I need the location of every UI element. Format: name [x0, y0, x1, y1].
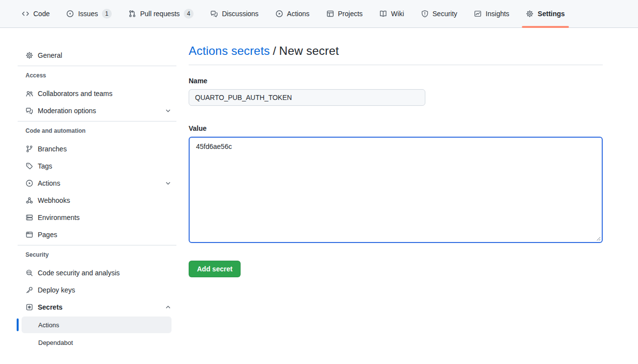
table-icon [326, 10, 334, 18]
gear-icon [526, 10, 534, 18]
play-icon [25, 179, 33, 187]
tab-code[interactable]: Code [18, 0, 53, 27]
tab-label: Code [33, 10, 49, 18]
gear-icon [25, 51, 33, 59]
key-icon [25, 286, 33, 294]
tab-issues[interactable]: Issues 1 [62, 0, 115, 27]
tab-label: Issues [78, 10, 98, 18]
sidebar-subitem-label: Dependabot [38, 339, 73, 346]
server-icon [25, 214, 33, 221]
sidebar-subitem-actions-secrets[interactable]: Actions [22, 316, 172, 333]
secret-value-textarea[interactable] [189, 137, 603, 243]
sidebar-item-label: Deploy keys [38, 286, 75, 294]
sidebar-item-label: Code security and analysis [38, 269, 120, 277]
chevron-up-icon [165, 304, 172, 311]
tab-label: Discussions [222, 10, 259, 18]
sidebar-item-code-security[interactable]: Code security and analysis [18, 264, 176, 281]
secret-name-input[interactable] [189, 89, 425, 106]
chevron-down-icon [165, 180, 172, 187]
name-field-label: Name [189, 77, 603, 85]
people-icon [25, 90, 33, 97]
book-icon [379, 10, 387, 18]
git-branch-icon [25, 145, 33, 153]
tab-label: Pull requests [140, 10, 180, 18]
sidebar-item-secrets[interactable]: Secrets [18, 298, 176, 315]
sidebar-item-label: Actions [38, 179, 60, 187]
codescan-icon [25, 269, 33, 277]
tag-icon [25, 162, 33, 170]
value-field-wrap [189, 137, 603, 243]
sidebar-item-actions[interactable]: Actions [18, 174, 176, 192]
sidebar-divider [18, 66, 176, 66]
tab-label: Security [433, 10, 458, 18]
tab-discussions[interactable]: Discussions [206, 0, 263, 27]
sidebar-section-access: Access [18, 72, 176, 79]
sidebar-item-label: Tags [38, 162, 52, 170]
code-icon [22, 10, 29, 18]
breadcrumb-current: New secret [279, 44, 339, 57]
selected-accent-bar [17, 318, 19, 331]
settings-sidebar: General Access Collaborators and teams M… [18, 28, 176, 351]
new-secret-form: Actions secrets/New secret Name Value Ad… [189, 28, 603, 277]
breadcrumb-separator: / [273, 44, 276, 57]
comment-discussion-icon [210, 10, 218, 18]
tab-security[interactable]: Security [417, 0, 462, 27]
tab-pull-requests[interactable]: Pull requests 4 [124, 0, 197, 27]
tab-label: Settings [538, 10, 564, 18]
sidebar-item-pages[interactable]: Pages [18, 226, 176, 243]
sidebar-section-code-automation: Code and automation [18, 127, 176, 134]
issues-count-badge: 1 [102, 9, 112, 19]
key-asterisk-icon [25, 303, 33, 311]
sidebar-item-environments[interactable]: Environments [18, 209, 176, 226]
sidebar-subitem-label: Actions [38, 321, 59, 329]
sidebar-item-webhooks[interactable]: Webhooks [18, 192, 176, 209]
sidebar-item-moderation-options[interactable]: Moderation options [18, 102, 176, 119]
tab-label: Wiki [391, 10, 404, 18]
tab-projects[interactable]: Projects [322, 0, 367, 27]
page-title: Actions secrets/New secret [189, 44, 603, 58]
sidebar-item-label: Environments [38, 214, 80, 221]
repo-tab-nav: Code Issues 1 Pull requests 4 Discussion… [0, 0, 638, 28]
sidebar-item-label: Collaborators and teams [38, 90, 113, 97]
sidebar-item-deploy-keys[interactable]: Deploy keys [18, 281, 176, 298]
chevron-down-icon [165, 107, 172, 114]
sidebar-subitem-dependabot-secrets[interactable]: Dependabot [22, 334, 172, 351]
tab-insights[interactable]: Insights [470, 0, 513, 27]
sidebar-item-tags[interactable]: Tags [18, 157, 176, 174]
tab-label: Projects [338, 10, 363, 18]
title-divider [189, 65, 603, 65]
actions-secrets-breadcrumb-link[interactable]: Actions secrets [189, 44, 270, 57]
page-content: General Access Collaborators and teams M… [0, 28, 638, 351]
issue-opened-icon [66, 10, 74, 18]
sidebar-item-label: Pages [38, 231, 57, 239]
add-secret-button[interactable]: Add secret [189, 261, 241, 277]
browser-icon [25, 231, 33, 239]
tab-label: Actions [287, 10, 310, 18]
pull-requests-count-badge: 4 [184, 9, 194, 19]
sidebar-divider [18, 245, 176, 245]
tab-actions[interactable]: Actions [271, 0, 314, 27]
sidebar-item-branches[interactable]: Branches [18, 140, 176, 157]
sidebar-item-label: Moderation options [38, 107, 96, 115]
tab-settings[interactable]: Settings [522, 0, 568, 27]
graph-icon [474, 10, 482, 18]
sidebar-item-label: Branches [38, 145, 67, 153]
tab-wiki[interactable]: Wiki [375, 0, 408, 27]
webhook-icon [25, 196, 33, 204]
sidebar-item-general[interactable]: General [18, 47, 176, 64]
comment-discussion-icon [25, 107, 33, 115]
sidebar-item-label: Secrets [38, 303, 63, 311]
git-pull-request-icon [128, 10, 136, 18]
sidebar-item-label: General [38, 51, 62, 59]
sidebar-divider [18, 121, 176, 121]
repo-settings-page: Code Issues 1 Pull requests 4 Discussion… [0, 0, 638, 364]
value-field-label: Value [189, 124, 603, 132]
sidebar-item-label: Webhooks [38, 196, 70, 204]
sidebar-item-collaborators[interactable]: Collaborators and teams [18, 85, 176, 102]
shield-icon [421, 10, 429, 18]
tab-label: Insights [486, 10, 509, 18]
play-icon [275, 10, 283, 18]
sidebar-section-security: Security [18, 251, 176, 258]
